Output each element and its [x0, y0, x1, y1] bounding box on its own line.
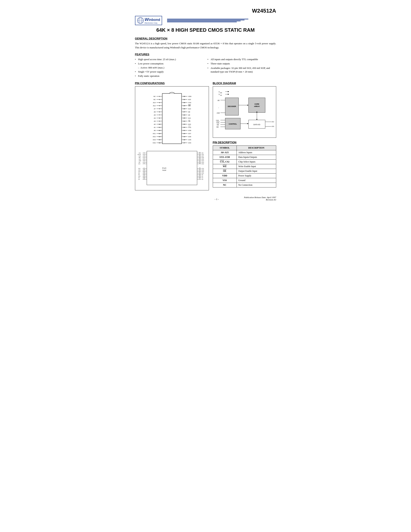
svg-text:6: 6 [144, 160, 144, 161]
feature-item: Three-state outputs [207, 62, 276, 66]
svg-text:27: 27 [199, 160, 200, 161]
svg-text:3: 3 [159, 102, 160, 104]
footer-pub-date: Publication Release Date: April 1997 [244, 196, 276, 199]
table-row: VDD Power Supply [213, 173, 276, 178]
svg-text:I/O3: I/O3 [202, 162, 204, 163]
svg-text:VSS: VSS [152, 142, 156, 144]
pin-description-table: SYMBOL DESCRIPTION A0–A15 Address Inputs… [213, 145, 276, 188]
svg-text:I/O7: I/O7 [202, 156, 204, 157]
symbol-cell: CS1, CS2 [213, 159, 236, 164]
right-col: BLOCK DIAGRAM V DD V SS A0 . A15 [213, 82, 276, 190]
svg-text:I/O1: I/O1 [271, 121, 274, 123]
svg-text:WE: WE [216, 126, 219, 128]
general-description-text: The W24512A is a high speed, low power C… [135, 42, 276, 50]
svg-text:A14: A14 [138, 171, 140, 172]
svg-text:26: 26 [199, 161, 200, 162]
svg-text:OE: OE [202, 152, 204, 154]
dip32-svg: NC 1 NC 2 A14 3 A12 4 A7 [145, 90, 199, 148]
svg-text:1: 1 [144, 152, 144, 153]
symbol-cell: VDD [213, 173, 236, 178]
footer-right: Publication Release Date: April 1997 Rev… [244, 196, 276, 201]
footer-revision: Revision A3 [244, 199, 276, 201]
features-grid: High speed access time: 25 nS (max.) Low… [135, 57, 276, 78]
svg-text:A14: A14 [138, 163, 140, 164]
table-row: I/O1–I/O8 Data Inputs/Outputs [213, 155, 276, 159]
svg-text:29: 29 [199, 156, 200, 158]
svg-text:6: 6 [159, 111, 160, 113]
features-left-list: High speed access time: 25 nS (max.) Low… [135, 57, 204, 66]
pin-description-title: PIN DESCRIPTION [213, 141, 276, 144]
features-right-col: All inputs and outputs directly TTL comp… [207, 57, 276, 78]
svg-text:NC: NC [153, 95, 156, 97]
svg-text:A6: A6 [154, 111, 156, 113]
symbol-header: SYMBOL [213, 145, 236, 150]
description-cell: Chip Select Inputs [236, 159, 276, 164]
symbol-cell: NC [213, 183, 236, 187]
svg-text:I/O2: I/O2 [202, 163, 204, 164]
svg-text:5: 5 [144, 158, 144, 159]
logo-area: Winbond Electronics Corp. [135, 16, 276, 25]
svg-text:30: 30 [199, 155, 200, 156]
svg-text:CS2: CS2 [216, 119, 219, 121]
svg-text:I/O7: I/O7 [188, 133, 191, 134]
svg-text:13: 13 [159, 133, 160, 134]
svg-text:CS1: CS1 [202, 168, 204, 169]
general-description-title: GENERAL DESCRIPTION [135, 37, 276, 40]
logo-box: Winbond Electronics Corp. [135, 16, 162, 25]
pin-config-col: PIN CONFIGURATIONS NC 1 NC 2 [135, 82, 209, 190]
svg-text:I/O8: I/O8 [202, 170, 204, 171]
svg-text:23: 23 [199, 169, 200, 170]
svg-text:I/O3: I/O3 [153, 139, 156, 141]
svg-text:16: 16 [159, 142, 160, 144]
svg-text:I/O8: I/O8 [271, 125, 274, 127]
svg-text:32: 32 [199, 152, 200, 153]
svg-text:I/O1: I/O1 [202, 172, 204, 174]
svg-text:A10: A10 [188, 124, 191, 125]
svg-text:18: 18 [183, 139, 185, 141]
svg-text:12: 12 [143, 172, 145, 173]
svg-text:31: 31 [183, 99, 185, 100]
svg-text:CS1: CS1 [216, 122, 219, 124]
features-left-col: High speed access time: 25 nS (max.) Low… [135, 57, 204, 78]
description-cell: Data Inputs/Outputs [236, 155, 276, 159]
svg-text:A15: A15 [138, 176, 140, 177]
description-cell: Ground [236, 178, 276, 183]
svg-text:30: 30 [183, 102, 185, 104]
svg-text:20: 20 [183, 133, 185, 134]
svg-text:18: 18 [199, 177, 200, 178]
svg-text:25: 25 [183, 117, 185, 119]
tsop-diagram-area: A11 A9,A8 A13 WE A15 VDD NC A14 [137, 149, 207, 188]
svg-text:A10: A10 [138, 170, 140, 171]
svg-text:ARRAY: ARRAY [254, 105, 260, 107]
svg-text:NC: NC [139, 162, 140, 163]
svg-text:1: 1 [159, 95, 160, 97]
svg-text:28: 28 [199, 158, 200, 159]
svg-text:11: 11 [143, 171, 145, 171]
block-diagram-title: BLOCK DIAGRAM [213, 82, 276, 85]
feature-item: Fully static operation [135, 74, 204, 78]
svg-marker-209 [228, 94, 229, 95]
svg-text:24: 24 [199, 167, 200, 169]
symbol-cell: WE [213, 164, 236, 169]
feature-item: High speed access time: 25 nS (max.) [135, 57, 204, 61]
svg-text:28: 28 [183, 108, 185, 110]
table-row: A0–A15 Address Inputs [213, 150, 276, 155]
description-cell: No Connection [236, 183, 276, 187]
svg-text:27: 27 [183, 111, 185, 113]
svg-text:VDD: VDD [139, 160, 141, 161]
svg-text:V DD: V DD [219, 91, 222, 93]
svg-text:A5: A5 [154, 114, 156, 116]
svg-text:NC: NC [153, 99, 156, 100]
svg-text:17: 17 [183, 142, 185, 144]
svg-text:10: 10 [159, 124, 160, 125]
svg-text:I/O5: I/O5 [202, 159, 204, 160]
svg-text:TSOP: TSOP [162, 170, 166, 171]
svg-text:A9: A9 [188, 114, 190, 116]
svg-text:25: 25 [199, 163, 200, 164]
svg-text:.: . [218, 105, 219, 108]
feature-sub-item: Active: 800 mW (max.) [135, 66, 204, 69]
features-title: FEATURES [135, 53, 276, 56]
svg-text:I/O5: I/O5 [188, 139, 191, 141]
svg-text:NC: NC [138, 174, 140, 175]
svg-text:9: 9 [144, 167, 144, 169]
